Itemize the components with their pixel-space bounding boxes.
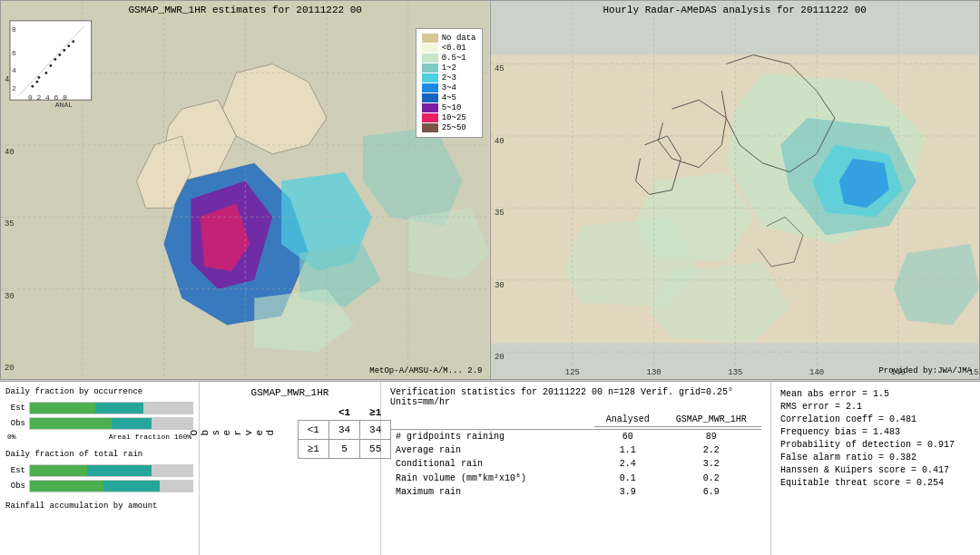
col-lt1: <1 xyxy=(328,405,359,421)
legend-item-nodata: No data xyxy=(422,34,476,43)
svg-text:ANAL: ANAL xyxy=(55,101,73,109)
svg-text:4: 4 xyxy=(12,66,16,74)
legend: No data <0.01 0.5~1 1~2 2~3 3~4 xyxy=(416,28,483,138)
svg-point-39 xyxy=(54,58,56,61)
verif-table: Analysed GSMAP_MWR_1HR # gridpoints rain… xyxy=(390,413,761,499)
svg-text:125: 125 xyxy=(564,368,579,377)
est-rain-label: Est xyxy=(5,466,25,475)
contingency-table-wrapper: <1 ≥1 <1 34 34 ≥1 5 55 xyxy=(279,405,392,459)
est-label: Est xyxy=(5,404,25,413)
contingency-row-ge1: ≥1 5 55 xyxy=(279,440,391,459)
legend-color-lt001 xyxy=(422,44,438,53)
contingency-title: GSMAP_MWR_1HR xyxy=(251,387,329,398)
svg-rect-27 xyxy=(10,21,92,100)
svg-text:35: 35 xyxy=(5,219,15,229)
obs-rain-white xyxy=(160,481,192,492)
obs-label: Obs xyxy=(5,419,25,428)
legend-color-5-10 xyxy=(422,103,438,112)
obs-bar-row: Obs xyxy=(5,417,193,430)
est-rain-container xyxy=(29,464,193,477)
score-6: Hanssen & Kuipers score = 0.417 xyxy=(780,465,971,475)
legend-item-25-50: 25~50 xyxy=(422,123,476,132)
est-teal-segment xyxy=(95,403,144,414)
svg-point-36 xyxy=(37,76,40,79)
obs-white-segment xyxy=(152,418,192,429)
legend-color-10-25 xyxy=(422,113,438,122)
left-map-title: GSMAP_MWR_1HR estimates for 20111222 00 xyxy=(129,5,362,15)
est-bar-container xyxy=(29,402,193,414)
accumulation-title: Rainfall accumulation by amount xyxy=(5,501,193,511)
legend-item-05-1: 0.5~1 xyxy=(422,54,476,63)
right-map-title: Hourly Radar-AMeDAS analysis for 2011122… xyxy=(603,5,867,15)
svg-text:130: 130 xyxy=(646,368,661,377)
scores-area: Mean abs error = 1.5 RMS error = 2.1 Cor… xyxy=(771,382,980,555)
svg-text:20: 20 xyxy=(5,364,15,373)
col-analysed: Analysed xyxy=(594,413,662,427)
legend-item-2-3: 2~3 xyxy=(422,73,476,83)
svg-text:30: 30 xyxy=(494,281,504,290)
obs-vert-label: Observed xyxy=(189,405,276,459)
fraction-chart: Est Obs 0% Areal fraction 100% xyxy=(5,402,193,441)
svg-text:45: 45 xyxy=(494,64,504,73)
obs-green-segment xyxy=(30,418,112,429)
legend-color-nodata xyxy=(422,34,438,43)
obs-rain-green xyxy=(30,481,103,492)
legend-color-25-50 xyxy=(422,123,438,132)
score-7: Equitable threat score = 0.254 xyxy=(780,478,971,488)
bottom-section: Daily fraction by occurrence Est Obs xyxy=(0,381,980,555)
verif-row-1: Average rain 1.1 2.2 xyxy=(390,443,761,457)
svg-point-42 xyxy=(67,44,70,47)
obs-vertical-text: Observed xyxy=(189,428,276,436)
left-map-panel: GSMAP_MWR_1HR estimates for 20111222 00 xyxy=(0,0,490,380)
cell-ge1-lt1: 5 xyxy=(328,440,359,459)
verif-row-4: Maximum rain 3.9 6.9 xyxy=(390,485,761,499)
svg-point-41 xyxy=(63,49,65,52)
contingency-table: <1 ≥1 <1 34 34 ≥1 5 55 xyxy=(279,405,392,459)
est-white-segment xyxy=(143,403,192,414)
row-lt1: <1 xyxy=(298,421,328,440)
obs-rain-container xyxy=(29,480,193,492)
right-map-credit: Provided by:JWA/JMA xyxy=(878,366,972,375)
right-map-panel: Hourly Radar-AMeDAS analysis for 2011122… xyxy=(490,0,981,380)
legend-item-10-25: 10~25 xyxy=(422,113,476,122)
charts-area: Daily fraction by occurrence Est Obs xyxy=(0,382,200,555)
verification-area: Verification statistics for 20111222 00 … xyxy=(381,382,771,555)
svg-point-35 xyxy=(35,81,38,83)
score-5: False alarm ratio = 0.382 xyxy=(780,453,971,462)
svg-text:35: 35 xyxy=(494,209,504,218)
legend-color-3-4 xyxy=(422,83,438,92)
score-2: Correlation coeff = 0.481 xyxy=(780,414,971,424)
svg-text:40: 40 xyxy=(494,137,504,146)
verif-row-2: Conditional rain 2.4 3.2 xyxy=(390,457,761,471)
svg-text:135: 135 xyxy=(728,368,742,377)
contingency-area: GSMAP_MWR_1HR Observed <1 ≥1 <1 34 xyxy=(200,382,381,555)
obs-rain-label: Obs xyxy=(5,482,25,491)
est-rain-green xyxy=(30,465,87,476)
est-rain-teal xyxy=(87,465,152,476)
verification-title: Verification statistics for 20111222 00 … xyxy=(390,387,761,407)
obs-teal-segment xyxy=(112,418,152,429)
score-1: RMS error = 2.1 xyxy=(780,402,971,412)
obs-rain-teal xyxy=(103,481,161,492)
svg-point-34 xyxy=(31,85,34,88)
svg-point-38 xyxy=(49,64,52,67)
legend-item-4-5: 4~5 xyxy=(422,93,476,102)
obs-bar-container xyxy=(29,417,193,430)
contingency-row-lt1: <1 34 34 xyxy=(279,421,391,440)
verif-row-0: # gridpoints raining 60 89 xyxy=(390,430,761,444)
maps-row: GSMAP_MWR_1HR estimates for 20111222 00 xyxy=(0,0,980,381)
svg-text:40: 40 xyxy=(5,148,15,157)
contingency-header-row: <1 ≥1 xyxy=(279,405,391,421)
left-map-credit: MetOp-A/AMSU-A/M... 2.9 xyxy=(369,366,482,375)
legend-color-4-5 xyxy=(422,93,438,102)
rain-chart: Est Obs xyxy=(5,464,193,492)
svg-text:8: 8 xyxy=(12,25,16,34)
svg-text:2: 2 xyxy=(12,84,16,92)
score-3: Frequency bias = 1.483 xyxy=(780,427,971,437)
legend-item-3-4: 3~4 xyxy=(422,83,476,92)
svg-text:6: 6 xyxy=(12,49,16,57)
right-map-svg: 45 40 35 30 20 125 130 135 140 145 15 xyxy=(491,1,980,379)
row-ge1: ≥1 xyxy=(298,440,328,459)
svg-text:30: 30 xyxy=(5,292,15,301)
col-gsmap: GSMAP_MWR_1HR xyxy=(662,413,761,427)
